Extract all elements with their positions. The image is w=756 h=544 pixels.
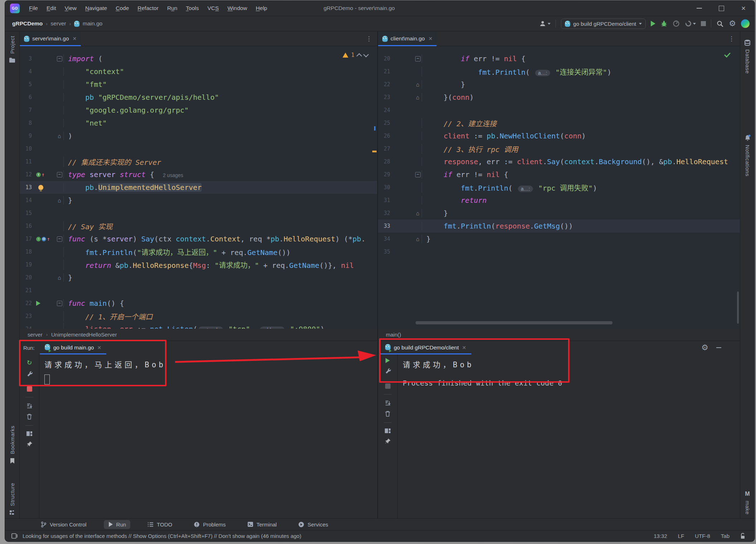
close-icon[interactable]: ✕ xyxy=(97,345,101,351)
toolwindow-button-services[interactable]: Services xyxy=(294,520,333,529)
fold-marker[interactable]: − xyxy=(55,56,63,62)
fold-marker[interactable]: − xyxy=(414,172,422,177)
code-line-22[interactable]: 22⌂ } xyxy=(378,78,740,91)
stop-button[interactable] xyxy=(385,383,391,389)
vertical-scrollbar[interactable] xyxy=(737,291,739,324)
console-output-right[interactable]: 请求成功，Bob Process finished with the exit … xyxy=(398,354,740,518)
breadcrumb-dir[interactable]: server xyxy=(51,20,66,27)
breadcrumb-item[interactable]: UnimplementedHelloServer xyxy=(51,332,117,338)
gutter[interactable] xyxy=(33,185,55,190)
coverage-button[interactable] xyxy=(685,20,696,27)
chevron-down-icon[interactable] xyxy=(363,52,369,57)
fold-marker[interactable]: − xyxy=(55,172,63,177)
sidebar-item-structure[interactable]: Structure xyxy=(5,483,19,515)
fold-marker[interactable]: ⌂ xyxy=(55,274,63,281)
fold-marker[interactable]: ⌂ xyxy=(55,133,63,139)
console-tab-go-build-client[interactable]: go build gRPCDemo/client ✕ xyxy=(382,341,470,354)
sidebar-item-notifications[interactable]: Notifications xyxy=(740,134,755,176)
search-everywhere-button[interactable] xyxy=(716,20,724,28)
debug-button[interactable] xyxy=(660,20,668,27)
fold-marker[interactable]: ⌂ xyxy=(414,94,422,101)
error-stripe-orange[interactable] xyxy=(372,151,377,152)
rerun-button[interactable] xyxy=(386,358,390,363)
code-line-11[interactable]: 11// 集成还未实现的 Server xyxy=(20,155,377,168)
stop-button[interactable] xyxy=(27,386,32,392)
menu-item-vcs[interactable]: VCS xyxy=(204,3,223,13)
maximize-button[interactable] xyxy=(710,1,732,16)
menu-item-code[interactable]: Code xyxy=(112,3,132,13)
close-icon[interactable]: ✕ xyxy=(428,36,433,41)
menu-item-file[interactable]: File xyxy=(25,3,42,13)
code-line-13[interactable]: 13 pb.UnimplementedHelloServer xyxy=(20,181,377,194)
scroll-to-end-icon[interactable] xyxy=(26,403,33,409)
clear-trash-icon[interactable] xyxy=(26,413,32,420)
console-tab-go-build-main[interactable]: go build main.go ✕ xyxy=(41,341,105,354)
layout-settings-icon[interactable] xyxy=(26,431,33,436)
code-line-30[interactable]: 30 fmt.Println( a…: "rpc 调用失败") xyxy=(378,181,740,194)
code-line-24[interactable]: 24 listen, err := net.Listen(network: "t… xyxy=(20,323,377,329)
console-output-left[interactable]: 请求成功，马上返回，Bob xyxy=(39,354,377,518)
gutter[interactable]: I↑ xyxy=(33,172,55,177)
toolwindow-button-version-control[interactable]: Version Control xyxy=(37,520,91,529)
stop-button[interactable] xyxy=(701,21,706,26)
run-line-icon[interactable] xyxy=(36,301,40,306)
run-configuration-select[interactable]: go build gRPCDemo/client xyxy=(561,19,646,29)
code-line-3[interactable]: 3−import ( xyxy=(20,52,377,65)
code-editor-client[interactable]: 20− if err != nil {21 fmt.Println( a…: "… xyxy=(378,46,740,329)
code-line-18[interactable]: 18 fmt.Println("请求成功，马上返回，" + req.GetNam… xyxy=(20,245,377,258)
code-line-8[interactable]: 8 "net" xyxy=(20,117,377,129)
clear-trash-icon[interactable] xyxy=(385,411,391,417)
close-button[interactable]: ✕ xyxy=(732,1,755,16)
gutter[interactable] xyxy=(33,301,55,306)
line-ending-indicator[interactable]: LF xyxy=(678,533,684,539)
fold-marker[interactable]: − xyxy=(414,56,422,62)
code-line-19[interactable]: 19 return &pb.HelloResponse{Msg: "请求成功，"… xyxy=(20,258,377,271)
status-message[interactable]: Looking for usages of the interface meth… xyxy=(23,533,301,539)
breadcrumb-item[interactable]: server xyxy=(28,332,43,338)
settings-button[interactable]: ⚙ xyxy=(729,20,736,28)
sidebar-item-project[interactable]: Project xyxy=(5,36,19,63)
toolwindow-button-run[interactable]: Run xyxy=(104,520,131,529)
menu-item-window[interactable]: Window xyxy=(224,3,251,13)
code-line-12[interactable]: 12I↑−type server struct { 2 usages xyxy=(20,168,377,181)
sidebar-item-bookmarks[interactable]: Bookmarks xyxy=(5,426,19,464)
hide-icon[interactable] xyxy=(716,347,721,348)
wrench-icon[interactable] xyxy=(385,368,391,374)
menu-item-run[interactable]: Run xyxy=(164,3,181,13)
inspection-widget[interactable]: 1 xyxy=(343,52,368,58)
fold-marker[interactable]: − xyxy=(55,236,63,242)
user-button[interactable] xyxy=(539,20,551,27)
rerun-button[interactable]: ↻ xyxy=(27,358,32,366)
toolwindow-button-todo[interactable]: TODO xyxy=(143,520,176,529)
code-line-24[interactable]: 24 xyxy=(378,104,740,117)
event-log-icon[interactable] xyxy=(11,533,18,539)
code-line-26[interactable]: 26 client := pb.NewHelloClient(conn) xyxy=(378,129,740,142)
toolwindow-button-terminal[interactable]: Terminal xyxy=(243,520,281,529)
settings-gear-icon[interactable]: ⚙ xyxy=(701,344,708,352)
code-editor-server[interactable]: 1 3−import (4 "context"5 "fmt"6 pb "gRPC… xyxy=(20,46,377,329)
fold-marker[interactable]: ⌂ xyxy=(414,81,422,88)
code-line-35[interactable]: 35 xyxy=(378,245,740,258)
intention-bulb-icon[interactable] xyxy=(38,185,43,190)
layout-settings-icon[interactable] xyxy=(384,428,391,433)
code-line-32[interactable]: 32⌂ } xyxy=(378,207,740,220)
menu-item-help[interactable]: Help xyxy=(252,3,271,13)
error-stripe-blue[interactable] xyxy=(374,126,375,131)
fold-marker[interactable]: ⌂ xyxy=(414,210,422,217)
breadcrumb-file[interactable]: main.go xyxy=(83,20,102,27)
code-line-21[interactable]: 21 xyxy=(20,284,377,297)
code-line-9[interactable]: 9⌂) xyxy=(20,129,377,142)
code-line-7[interactable]: 7 "google.golang.org/grpc" xyxy=(20,104,377,117)
breadcrumb-project[interactable]: gRPCDemo xyxy=(12,20,43,27)
code-line-20[interactable]: 20⌂} xyxy=(20,271,377,284)
close-icon[interactable]: ✕ xyxy=(462,345,466,351)
code-line-22[interactable]: 22−func main() { xyxy=(20,297,377,310)
minimize-button[interactable] xyxy=(688,1,710,16)
close-icon[interactable]: ✕ xyxy=(73,36,77,41)
tab-client-main-go[interactable]: client\main.go ✕ xyxy=(378,31,437,46)
code-line-31[interactable]: 31 return xyxy=(378,194,740,207)
code-line-6[interactable]: 6 pb "gRPCDemo/server/apis/hello" xyxy=(20,91,377,104)
sidebar-item-make[interactable]: M make xyxy=(740,491,755,515)
code-line-5[interactable]: 5 "fmt" xyxy=(20,78,377,91)
code-line-10[interactable]: 10 xyxy=(20,142,377,155)
